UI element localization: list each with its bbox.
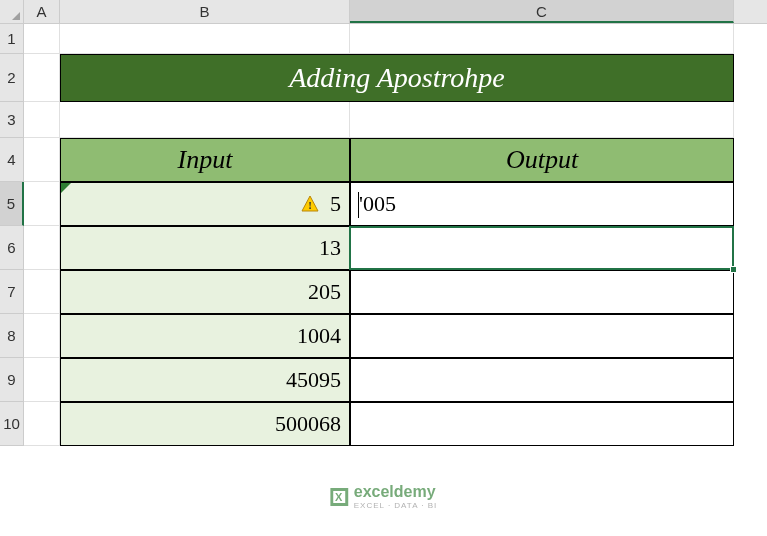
cell-c8[interactable] xyxy=(350,314,734,358)
row-10: 10 500068 xyxy=(0,402,767,446)
svg-text:!: ! xyxy=(308,199,312,211)
row-2: 2 Adding Apostrohpe xyxy=(0,54,767,102)
cell-a10[interactable] xyxy=(24,402,60,446)
row-header-5[interactable]: 5 xyxy=(0,182,24,226)
row-7: 7 205 xyxy=(0,270,767,314)
error-warning-icon[interactable]: ! xyxy=(299,193,321,215)
row-1: 1 xyxy=(0,24,767,54)
fill-handle[interactable] xyxy=(730,266,737,273)
cell-b10-value: 500068 xyxy=(275,411,341,437)
column-header-a[interactable]: A xyxy=(24,0,60,23)
title-cell[interactable]: Adding Apostrohpe xyxy=(60,54,734,102)
cell-c6[interactable] xyxy=(350,226,734,270)
cell-a7[interactable] xyxy=(24,270,60,314)
cell-b7[interactable]: 205 xyxy=(60,270,350,314)
cell-b9[interactable]: 45095 xyxy=(60,358,350,402)
header-output[interactable]: Output xyxy=(350,138,734,182)
row-5: 5 ! 5 '005 xyxy=(0,182,767,226)
row-8: 8 1004 xyxy=(0,314,767,358)
row-header-6[interactable]: 6 xyxy=(0,226,24,270)
row-header-2[interactable]: 2 xyxy=(0,54,24,102)
select-all-corner[interactable] xyxy=(0,0,24,23)
cell-c1[interactable] xyxy=(350,24,734,54)
spreadsheet: A B C 1 2 Adding Apostrohpe 3 4 Input Ou… xyxy=(0,0,767,536)
cell-a9[interactable] xyxy=(24,358,60,402)
cell-a4[interactable] xyxy=(24,138,60,182)
cell-b5[interactable]: ! 5 xyxy=(60,182,350,226)
cell-a2[interactable] xyxy=(24,54,60,102)
cell-b1[interactable] xyxy=(60,24,350,54)
cell-c3[interactable] xyxy=(350,102,734,138)
cell-b8[interactable]: 1004 xyxy=(60,314,350,358)
cell-c5[interactable]: '005 xyxy=(350,182,734,226)
cell-b7-value: 205 xyxy=(308,279,341,305)
row-3: 3 xyxy=(0,102,767,138)
row-header-4[interactable]: 4 xyxy=(0,138,24,182)
column-header-c[interactable]: C xyxy=(350,0,734,23)
text-cursor xyxy=(358,192,359,218)
row-6: 6 13 xyxy=(0,226,767,270)
row-header-3[interactable]: 3 xyxy=(0,102,24,138)
cell-c10[interactable] xyxy=(350,402,734,446)
cell-c9[interactable] xyxy=(350,358,734,402)
cell-b8-value: 1004 xyxy=(297,323,341,349)
column-header-b[interactable]: B xyxy=(60,0,350,23)
row-header-1[interactable]: 1 xyxy=(0,24,24,54)
row-header-9[interactable]: 9 xyxy=(0,358,24,402)
cell-a6[interactable] xyxy=(24,226,60,270)
cell-b5-value: 5 xyxy=(330,191,341,217)
cell-b6[interactable]: 13 xyxy=(60,226,350,270)
cell-b6-value: 13 xyxy=(319,235,341,261)
row-header-8[interactable]: 8 xyxy=(0,314,24,358)
cell-c5-value: '005 xyxy=(359,191,396,217)
header-input[interactable]: Input xyxy=(60,138,350,182)
row-4: 4 Input Output xyxy=(0,138,767,182)
cell-b3[interactable] xyxy=(60,102,350,138)
cell-a3[interactable] xyxy=(24,102,60,138)
grid-rows: 1 2 Adding Apostrohpe 3 4 Input Output 5 xyxy=(0,24,767,446)
watermark-tagline: EXCEL · DATA · BI xyxy=(354,501,438,510)
text-stored-as-number-indicator xyxy=(61,183,71,193)
row-header-7[interactable]: 7 xyxy=(0,270,24,314)
watermark: exceldemy EXCEL · DATA · BI xyxy=(330,483,438,510)
cell-a5[interactable] xyxy=(24,182,60,226)
cell-b9-value: 45095 xyxy=(286,367,341,393)
cell-a8[interactable] xyxy=(24,314,60,358)
column-headers: A B C xyxy=(0,0,767,24)
watermark-brand: exceldemy xyxy=(354,483,438,501)
excel-icon xyxy=(330,488,348,506)
row-9: 9 45095 xyxy=(0,358,767,402)
cell-b10[interactable]: 500068 xyxy=(60,402,350,446)
row-header-10[interactable]: 10 xyxy=(0,402,24,446)
cell-a1[interactable] xyxy=(24,24,60,54)
cell-c7[interactable] xyxy=(350,270,734,314)
